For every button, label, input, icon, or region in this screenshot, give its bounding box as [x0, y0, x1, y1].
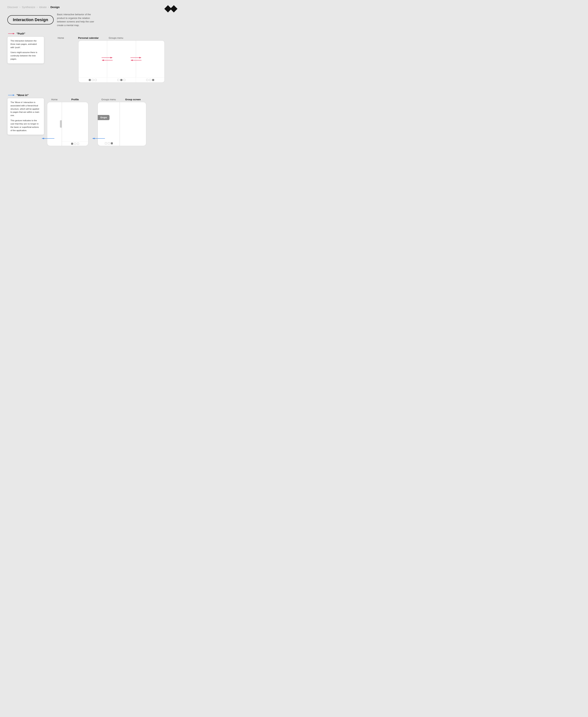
movein-right-phones: Grupo [98, 102, 146, 146]
gdot-1 [105, 142, 107, 144]
breadcrumb: Discover › Synthesize › Ideate › Design [7, 5, 99, 8]
movein-label-row: "Move in" [8, 94, 176, 96]
push-arrow-left-1 [102, 59, 113, 61]
breadcrumb-sep-1: › [20, 6, 20, 8]
push-tablet-area: Home Personal calendar Groups menu [47, 37, 165, 83]
phone-profile-screen [62, 102, 88, 142]
tablet-dots-home [79, 78, 107, 83]
dot-c3 [123, 79, 125, 81]
pdot-1 [71, 143, 73, 145]
movein-header-groups: Groups menu [98, 98, 120, 101]
movein-label: "Move in" [17, 94, 28, 96]
movein-tooltip-p2: This gesture indicates to the user that … [10, 119, 41, 132]
movein-section: "Move in" The 'Move in' interaction is a… [7, 94, 176, 146]
movein-header-home: Home [47, 98, 62, 101]
tablet-screen-groups [136, 41, 165, 77]
movein-phones-area: Home Profile [47, 98, 146, 146]
dot-g1 [146, 79, 148, 81]
push-content: The interaction between the three main p… [7, 37, 176, 83]
push-arrow-right-2 [130, 57, 142, 59]
movein-header-profile: Profile [62, 98, 88, 101]
svg-marker-3 [110, 57, 113, 59]
dot-h2 [92, 79, 94, 81]
breadcrumb-ideate[interactable]: Ideate [39, 5, 47, 8]
push-header-calendar: Personal calendar [75, 37, 102, 39]
gdot-3 [111, 142, 113, 144]
tablet-mockup [78, 40, 165, 83]
movein-arrow-icon [8, 94, 15, 96]
page-title: Interaction Design [7, 15, 54, 24]
dot-h3 [94, 79, 97, 81]
push-label-row: "Push" [8, 32, 176, 35]
push-header-groups: Groups menu [102, 37, 130, 39]
dot-c1 [118, 79, 120, 81]
grupo-label: Grupo [98, 115, 109, 120]
svg-marker-11 [13, 94, 15, 96]
movein-left-headers: Home Profile [47, 98, 88, 101]
page-description: Basic interactive behavior of the produc… [57, 13, 99, 27]
phone-groups-dots [98, 142, 120, 144]
svg-marker-7 [139, 57, 142, 59]
diamond-right [170, 5, 177, 13]
tablet-screens [79, 41, 165, 77]
push-header-home: Home [47, 37, 75, 39]
tablet-dots-groups [136, 78, 165, 83]
breadcrumb-sep-2: › [37, 6, 38, 8]
phone-edge [60, 120, 62, 128]
svg-marker-5 [102, 60, 104, 61]
breadcrumb-design[interactable]: Design [50, 5, 60, 8]
logo [165, 6, 176, 12]
svg-marker-1 [13, 33, 15, 34]
push-headers: Home Personal calendar Groups menu [47, 37, 165, 39]
tablet-dots-calendar [107, 78, 135, 83]
push-arrow-right-1 [102, 57, 113, 59]
pdot-2 [74, 143, 76, 145]
movein-left-phones [47, 102, 88, 146]
movein-header-groupscreen: Group screen [120, 98, 146, 101]
movein-left-pair: Home Profile [47, 98, 88, 146]
phone-groupscreen-screen [120, 102, 146, 146]
tablet-dots-row [79, 77, 165, 83]
push-tooltip-area: The interaction between the three main p… [7, 37, 44, 64]
push-arrows-right [130, 57, 142, 61]
push-label: "Push" [17, 32, 25, 35]
movein-right-pair: Groups menu Group screen Grupo [98, 98, 146, 146]
movein-back-arrow-right [92, 137, 105, 139]
pdot-3 [77, 143, 79, 145]
movein-back-arrow-left [42, 137, 55, 139]
push-tooltip-p1: The interaction between the three main p… [10, 39, 41, 49]
push-arrow-left-2 [130, 59, 142, 61]
svg-marker-9 [130, 60, 133, 61]
title-block: Interaction Design Basic interactive beh… [7, 13, 99, 27]
push-arrows-left [102, 57, 113, 61]
movein-tooltip: The 'Move in' interaction is associated … [7, 98, 44, 135]
breadcrumb-sep-3: › [48, 6, 49, 8]
push-arrow-icon [8, 32, 15, 35]
movein-right-headers: Groups menu Group screen [98, 98, 146, 101]
svg-marker-13 [42, 138, 44, 139]
push-section: "Push" The interaction between the three… [7, 32, 176, 83]
movein-tooltip-p1: The 'Move in' interaction is associated … [10, 101, 41, 117]
dot-g2 [149, 79, 151, 81]
dot-c2 [120, 79, 122, 81]
push-tooltip-p2: Users might assume there is continuity b… [10, 51, 41, 61]
dot-g3 [152, 79, 154, 81]
dot-h1 [89, 79, 91, 81]
movein-content: The 'Move in' interaction is associated … [7, 98, 176, 146]
breadcrumb-synthesize[interactable]: Synthesize [22, 5, 35, 8]
header-row: Discover › Synthesize › Ideate › Design … [7, 5, 176, 27]
gdot-2 [108, 142, 110, 144]
breadcrumb-discover[interactable]: Discover [7, 5, 18, 8]
movein-arrow-left-icon [42, 137, 55, 139]
movein-arrow-right-icon [92, 137, 105, 139]
phone-profile-full [62, 102, 88, 146]
push-tooltip: The interaction between the three main p… [7, 37, 44, 64]
svg-marker-15 [92, 138, 94, 139]
movein-tooltip-area: The 'Move in' interaction is associated … [7, 98, 44, 135]
phone-profile-dots [62, 142, 88, 146]
phone-groupscreen-full [120, 102, 146, 146]
